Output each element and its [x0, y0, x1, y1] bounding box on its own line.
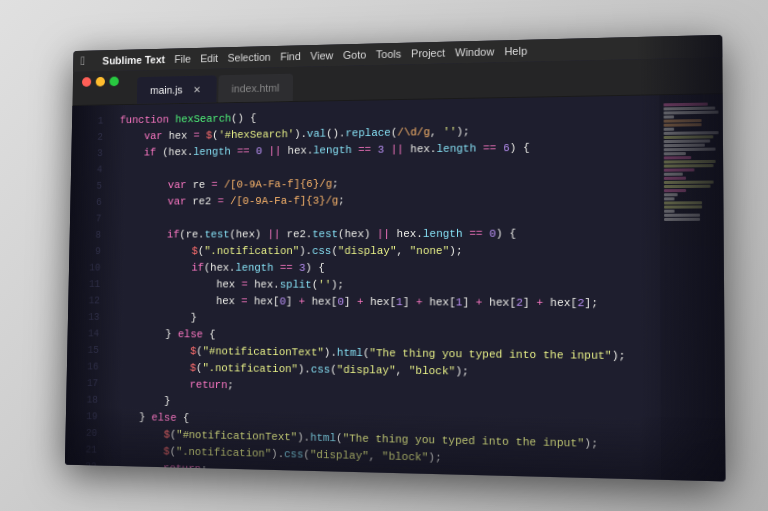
minimap-line	[664, 139, 711, 143]
line-num-2: 2	[72, 129, 111, 146]
line-num-17: 17	[66, 374, 105, 391]
menu-selection[interactable]: Selection	[228, 50, 271, 63]
line-num-13: 13	[68, 309, 107, 326]
minimap-line	[664, 209, 675, 212]
minimap-line	[664, 205, 703, 208]
line-num-12: 12	[68, 292, 107, 309]
minimap-line	[664, 156, 691, 159]
menu-sublime-text[interactable]: Sublime Text	[102, 53, 165, 66]
minimize-button[interactable]	[96, 76, 105, 86]
minimap-line	[664, 188, 686, 191]
line-num-22: 22	[65, 457, 104, 475]
menu-file[interactable]: File	[174, 52, 191, 64]
minimap-line	[664, 159, 716, 163]
minimap-line	[664, 172, 683, 175]
code-line-11: hex = hex.split('');	[117, 276, 661, 295]
line-num-15: 15	[67, 341, 106, 358]
close-button[interactable]	[82, 77, 91, 87]
minimap-line	[664, 115, 675, 118]
menu-window[interactable]: Window	[455, 45, 494, 58]
menu-find[interactable]: Find	[280, 50, 301, 62]
line-num-18: 18	[66, 391, 105, 408]
minimap-line	[664, 184, 711, 187]
minimap-line	[664, 127, 675, 130]
minimap-content	[659, 94, 723, 230]
line-num-4: 4	[71, 161, 110, 178]
minimap-line	[664, 147, 716, 151]
line-num-3: 3	[71, 145, 110, 162]
menu-tools[interactable]: Tools	[376, 47, 401, 59]
line-num-14: 14	[67, 325, 106, 342]
tab-main-js-label: main.js	[150, 83, 183, 95]
code-line-10: if(hex.length == 3) {	[117, 259, 660, 277]
menu-edit[interactable]: Edit	[200, 52, 218, 64]
minimap-line	[664, 102, 708, 106]
minimap-line	[664, 197, 675, 200]
line-num-16: 16	[67, 358, 106, 375]
tab-close-main-js[interactable]: ✕	[190, 82, 203, 96]
traffic-lights	[82, 76, 119, 86]
minimap-line	[664, 131, 719, 135]
menu-project[interactable]: Project	[411, 46, 445, 59]
fullscreen-button[interactable]	[109, 76, 118, 86]
line-num-21: 21	[65, 441, 104, 459]
editor: 1 2 3 4 5 6 7 8 9 10 11 12 13 14 15 16 1…	[65, 94, 726, 481]
line-num-19: 19	[66, 407, 105, 424]
minimap-line	[664, 180, 714, 183]
code-line-6: var re2 = /[0-9A-Fa-f]{3}/g;	[118, 190, 660, 210]
line-num-1: 1	[72, 112, 111, 129]
line-num-9: 9	[69, 243, 108, 259]
line-num-5: 5	[71, 177, 110, 194]
menu-help[interactable]: Help	[504, 44, 527, 56]
minimap-line	[664, 164, 714, 168]
code-area[interactable]: function hexSearch() { var hex = $('#hex…	[104, 95, 661, 480]
minimap-line	[664, 123, 702, 127]
minimap-line	[664, 143, 705, 147]
minimap[interactable]	[659, 94, 725, 481]
minimap-line	[664, 106, 716, 110]
minimap-line	[664, 201, 703, 204]
code-line-12: hex = hex[0] + hex[0] + hex[1] + hex[1] …	[116, 292, 660, 312]
menu-items: Sublime Text File Edit Selection Find Vi…	[102, 44, 527, 66]
line-num-6: 6	[70, 194, 109, 211]
monitor-screen:  Sublime Text File Edit Selection Find …	[65, 34, 726, 481]
line-num-20: 20	[65, 424, 104, 441]
line-num-23: 23	[65, 474, 104, 481]
line-num-11: 11	[68, 276, 107, 293]
menu-goto[interactable]: Goto	[343, 48, 366, 60]
line-num-8: 8	[70, 227, 109, 243]
minimap-line	[664, 217, 700, 220]
minimap-line	[664, 176, 686, 179]
tab-index-html[interactable]: index.html	[218, 73, 293, 102]
minimap-line	[664, 119, 702, 123]
menu-view[interactable]: View	[310, 49, 333, 61]
monitor-wrapper:  Sublime Text File Edit Selection Find …	[0, 0, 768, 511]
minimap-line	[664, 135, 713, 139]
minimap-line	[664, 110, 719, 114]
tab-index-html-label: index.html	[232, 81, 280, 94]
apple-logo: 	[80, 53, 87, 67]
line-num-7: 7	[70, 210, 109, 227]
minimap-line	[664, 193, 678, 196]
minimap-line	[664, 213, 700, 216]
line-gutter: 1 2 3 4 5 6 7 8 9 10 11 12 13 14 15 16 1…	[65, 105, 111, 465]
code-line-8: if(re.test(hex) || re2.test(hex) || hex.…	[118, 225, 660, 243]
tab-main-js[interactable]: main.js ✕	[137, 75, 217, 103]
tab-area: main.js ✕ index.html	[137, 66, 293, 103]
code-line-9: $(".notification").css("display", "none"…	[117, 242, 660, 260]
minimap-line	[664, 152, 686, 155]
line-num-10: 10	[69, 259, 108, 275]
minimap-line	[664, 168, 694, 171]
